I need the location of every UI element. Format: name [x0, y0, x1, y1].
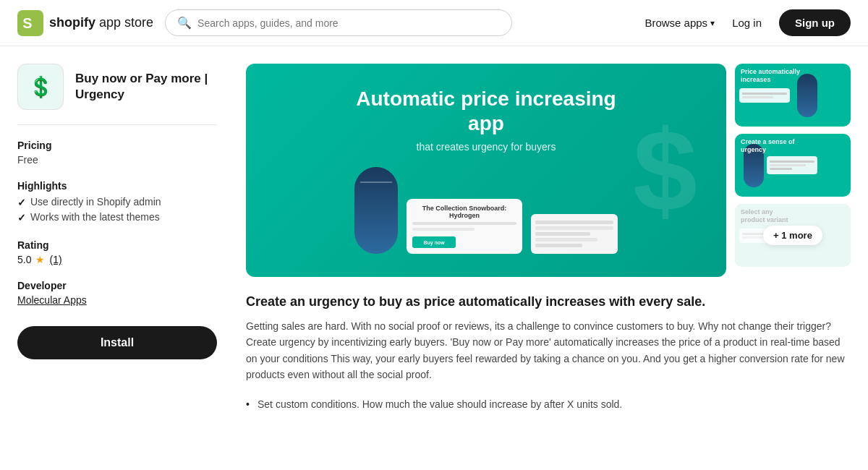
developer-label: Developer [17, 280, 217, 291]
developer-link[interactable]: Molecular Apps [17, 294, 87, 306]
side-thumb-1[interactable]: Price automatically increases [735, 64, 851, 127]
plus-more-badge: + 1 more [763, 226, 822, 245]
check-icon: ✓ [17, 197, 26, 208]
app-header: 💲 Buy now or Pay more | Urgency [17, 64, 217, 125]
search-input[interactable] [197, 17, 500, 29]
description-body: Getting sales are hard. With no social p… [246, 318, 851, 383]
highlight-item: ✓ Use directly in Shopify admin [17, 195, 217, 210]
rating-label: Rating [17, 239, 217, 251]
login-button[interactable]: Log in [732, 17, 762, 29]
shopify-logo-icon: S [17, 10, 43, 36]
header-nav: Browse apps ▾ Log in Sign up [644, 9, 851, 36]
screenshot-title: Automatic price increasing app [341, 87, 631, 135]
pricing-section: Pricing Free [17, 140, 217, 166]
pricing-value: Free [17, 154, 217, 166]
screenshot-subtitle: that creates urgency for buyers [341, 141, 631, 153]
bullet-list: Set custom conditions. How much the valu… [246, 395, 851, 414]
signup-button[interactable]: Sign up [779, 9, 851, 36]
sidebar: 💲 Buy now or Pay more | Urgency Pricing … [17, 64, 234, 414]
chevron-down-icon: ▾ [710, 18, 715, 28]
logo-text: shopify app store [49, 15, 153, 30]
install-button[interactable]: Install [17, 326, 217, 359]
description-title: Create an urgency to buy as price automa… [246, 294, 851, 309]
browse-apps-button[interactable]: Browse apps ▾ [644, 17, 715, 29]
search-bar: 🔍 [165, 9, 512, 36]
svg-text:S: S [22, 15, 32, 31]
app-title: Buy now or Pay more | Urgency [75, 71, 217, 103]
screenshot-text-overlay: Automatic price increasing app that crea… [327, 72, 645, 268]
thumb-label-1: Price automatically increases [741, 68, 806, 84]
side-thumb-3[interactable]: Select any product variant + 1 more [735, 204, 851, 267]
pricing-label: Pricing [17, 140, 217, 151]
app-icon: 💲 [17, 64, 64, 110]
highlights-section: Highlights ✓ Use directly in Shopify adm… [17, 180, 217, 225]
search-icon: 🔍 [177, 16, 192, 30]
mock-snowboard-image [354, 167, 398, 254]
dollar-icon: 💲 [28, 75, 54, 99]
content-area: $ Automatic price increasing app that cr… [234, 64, 851, 414]
star-icon: ★ [35, 254, 45, 265]
description-section: Create an urgency to buy as price automa… [246, 294, 851, 414]
highlight-item: ✓ Works with the latest themes [17, 210, 217, 225]
thumb-panel-2 [767, 156, 817, 174]
mock-product-panel: The Collection Snowboard: Hydrogen Buy n… [407, 199, 522, 254]
header: S shopify app store 🔍 Browse apps ▾ Log … [0, 0, 868, 46]
mock-table-panel [531, 214, 618, 254]
plus-more-overlay: + 1 more [735, 204, 851, 267]
developer-section: Developer Molecular Apps [17, 280, 217, 306]
side-thumb-2[interactable]: Create a sense of urgency [735, 134, 851, 197]
side-thumbnails: Price automatically increases [735, 64, 851, 277]
highlights-list: ✓ Use directly in Shopify admin ✓ Works … [17, 195, 217, 225]
rating-count-link[interactable]: (1) [49, 254, 61, 265]
rating-section: Rating 5.0 ★ (1) [17, 239, 217, 265]
rating-value: 5.0 [17, 254, 31, 265]
bullet-item: Set custom conditions. How much the valu… [246, 395, 851, 414]
thumb-label-2: Create a sense of urgency [741, 138, 806, 154]
check-icon: ✓ [17, 212, 26, 223]
logo: S shopify app store [17, 10, 153, 36]
main-screenshot[interactable]: $ Automatic price increasing app that cr… [246, 64, 726, 277]
screenshot-gallery: $ Automatic price increasing app that cr… [246, 64, 851, 277]
main-content: 💲 Buy now or Pay more | Urgency Pricing … [0, 46, 868, 414]
rating-row: 5.0 ★ (1) [17, 254, 217, 265]
highlights-label: Highlights [17, 180, 217, 192]
thumb-panel-1 [739, 88, 790, 103]
